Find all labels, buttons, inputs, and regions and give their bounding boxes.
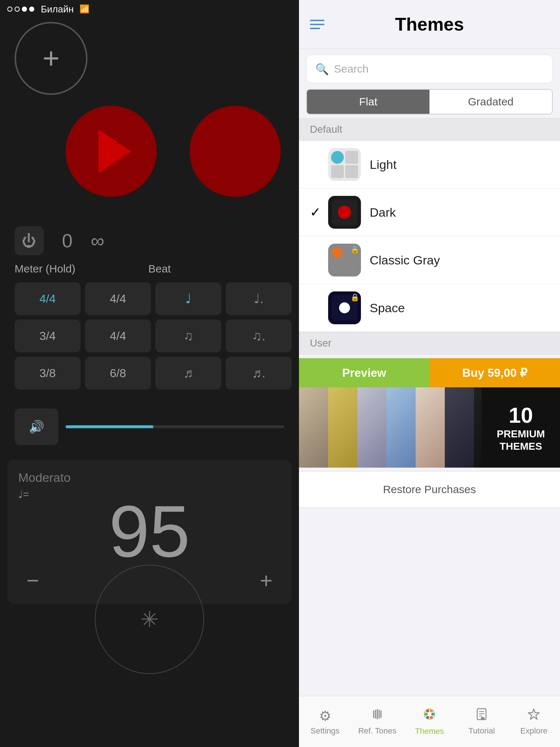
space-theme-name: Space — [370, 301, 405, 315]
classic-theme-icon: 🔒 — [328, 244, 361, 276]
segment-gradated[interactable]: Gradated — [429, 90, 552, 114]
themes-icon — [423, 707, 436, 724]
meter-btn-8[interactable]: ♫. — [226, 320, 292, 352]
preview-button[interactable]: Preview — [299, 358, 429, 387]
search-bar[interactable]: 🔍 Search — [306, 55, 553, 83]
meter-btn-4[interactable]: ♩. — [226, 282, 292, 315]
volume-slider[interactable] — [66, 425, 284, 428]
default-label: Default — [310, 124, 342, 135]
meter-grid: 4/4 4/4 ♩ ♩. 3/4 4/4 ♫ ♫. — [7, 279, 299, 393]
tempo-name: Moderato — [18, 471, 281, 485]
theme-item-classic[interactable]: 🔒 Classic Gray — [299, 236, 560, 284]
note-icon-6: ♬. — [252, 365, 265, 381]
tab-themes[interactable]: Themes — [403, 696, 455, 747]
svg-point-6 — [426, 709, 429, 712]
explore-icon — [527, 708, 540, 724]
buy-button[interactable]: Buy 59,00 ₽ — [429, 358, 560, 387]
infinity-display: ∞ — [91, 230, 104, 252]
meter-value-9: 3/8 — [39, 367, 55, 380]
bpm-decrease-button[interactable]: − — [18, 568, 47, 593]
classic-orange-dot — [332, 247, 343, 258]
dark-check: ✓ — [310, 205, 324, 220]
svg-rect-16 — [481, 717, 485, 719]
tab-explore[interactable]: Explore — [508, 696, 560, 747]
premium-banner[interactable]: 10 PREMIUM THEMES — [299, 387, 560, 468]
status-bar: Билайн 📶 — [0, 0, 299, 18]
content-scroll[interactable]: 🔍 Search Flat Gradated Default — [299, 49, 560, 747]
menu-line-3 — [310, 28, 320, 29]
meter-btn-11[interactable]: ♬ — [155, 357, 221, 390]
menu-line-2 — [310, 24, 324, 25]
meter-value-5: 3/4 — [39, 329, 55, 343]
light-icon-cell-1 — [331, 151, 344, 164]
meter-value-2: 4/4 — [110, 292, 126, 306]
restore-section[interactable]: Restore Purchases — [299, 471, 560, 508]
meter-value-1: 4/4 — [39, 292, 55, 306]
menu-button[interactable] — [310, 20, 324, 29]
tab-settings[interactable]: ⚙ Settings — [299, 696, 351, 747]
metronome-panel: Билайн 📶 ⏻ 0 ∞ Meter (Hold) Beat 4/4 4/4 — [0, 0, 299, 747]
flat-label: Flat — [359, 96, 377, 108]
premium-word-1: PREMIUM — [497, 428, 545, 440]
signal-dot-2 — [15, 7, 20, 12]
meter-value-6: 4/4 — [110, 329, 126, 343]
crosshair-button[interactable] — [15, 22, 88, 95]
theme-item-space[interactable]: 🔒 Space — [299, 284, 560, 332]
play-button[interactable] — [66, 106, 157, 197]
bpm-display: 0 — [62, 230, 73, 252]
dark-icon-inner — [332, 200, 357, 225]
light-theme-name: Light — [370, 158, 397, 172]
meter-btn-6[interactable]: 4/4 — [85, 320, 151, 352]
meter-btn-7[interactable]: ♫ — [155, 320, 221, 352]
theme-item-dark[interactable]: ✓ Dark — [299, 189, 560, 236]
note-icon-2: ♩. — [254, 291, 264, 306]
theme-item-light[interactable]: Light — [299, 141, 560, 189]
wifi-icon: 📶 — [79, 4, 89, 14]
tab-tutorial[interactable]: Tutorial — [456, 696, 508, 747]
meter-beat-section: Meter (Hold) Beat 4/4 4/4 ♩ ♩. 3/4 4/4 — [7, 263, 299, 393]
note-icon-5: ♬ — [183, 365, 193, 381]
volume-button[interactable]: 🔊 — [15, 409, 58, 445]
svg-point-7 — [430, 709, 433, 712]
light-icon-cell-3 — [331, 165, 344, 178]
svg-point-8 — [425, 713, 428, 716]
meter-btn-1[interactable]: 4/4 — [15, 282, 81, 315]
ref-tones-label: Ref. Tones — [358, 726, 396, 736]
dark-theme-name: Dark — [370, 205, 396, 220]
svg-point-10 — [426, 716, 429, 719]
play-arrow-icon — [98, 129, 131, 173]
meter-btn-2[interactable]: 4/4 — [85, 282, 151, 315]
meter-btn-10[interactable]: 6/8 — [85, 357, 151, 390]
settings-icon: ⚙ — [319, 708, 331, 724]
meter-label: Meter (Hold) — [15, 263, 75, 275]
meter-btn-9[interactable]: 3/8 — [15, 357, 81, 390]
meter-btn-5[interactable]: 3/4 — [15, 320, 81, 352]
signal-dot-1 — [7, 7, 12, 12]
premium-thumb-2 — [328, 387, 357, 468]
premium-word-2: THEMES — [497, 440, 545, 453]
classic-lock-icon: 🔒 — [350, 245, 359, 254]
tuning-icon — [371, 708, 384, 724]
bpm-increase-button[interactable]: + — [252, 568, 281, 593]
meter-value-10: 6/8 — [110, 367, 126, 380]
power-button[interactable]: ⏻ — [15, 226, 44, 255]
meter-btn-12[interactable]: ♬. — [226, 357, 292, 390]
light-icon-cell-2 — [345, 151, 358, 164]
tab-ref-tones[interactable]: Ref. Tones — [351, 696, 403, 747]
premium-thumb-1 — [299, 387, 328, 468]
meter-btn-3[interactable]: ♩ — [155, 282, 221, 315]
volume-row: 🔊 — [7, 401, 292, 452]
segment-control: Flat Gradated — [306, 89, 553, 115]
segment-flat[interactable]: Flat — [307, 90, 429, 114]
premium-label-block: 10 PREMIUM THEMES — [482, 387, 560, 468]
space-theme-icon: 🔒 — [328, 291, 361, 324]
default-section-header: Default — [299, 118, 560, 141]
tempo-dial[interactable]: ✳ — [95, 565, 204, 674]
premium-thumb-4 — [386, 387, 416, 468]
signal-dot-3 — [22, 7, 27, 12]
classic-theme-name: Classic Gray — [370, 253, 440, 267]
explore-label: Explore — [520, 726, 548, 736]
themes-label: Themes — [415, 727, 444, 736]
premium-thumb-6 — [445, 387, 474, 468]
light-icon-cell-4 — [345, 165, 358, 178]
